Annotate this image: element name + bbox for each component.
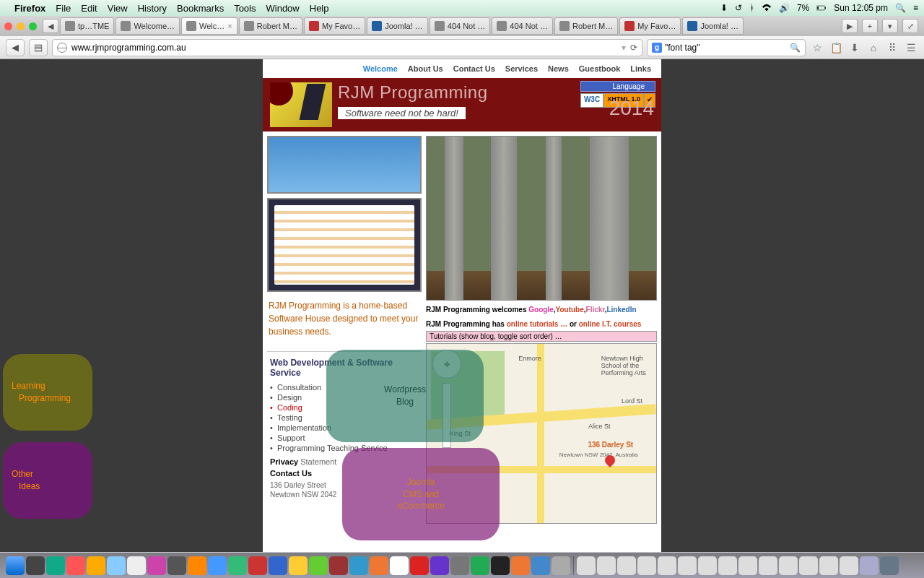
dock-app-icon[interactable] [107,556,126,575]
dock-window-icon[interactable] [577,556,596,575]
volume-icon[interactable]: 🔊 [779,3,790,13]
site-logo[interactable] [270,82,332,127]
browser-tab[interactable]: Robert M… [239,17,302,35]
thumbnail-sky[interactable] [267,136,422,194]
nav-services[interactable]: Services [505,64,538,73]
home-icon[interactable]: ⌂ [866,42,881,53]
tabs-scroll-right[interactable]: ▶ [842,19,858,33]
dock-terminal-icon[interactable] [491,556,510,575]
overlay-wordpress-blog[interactable]: Wordpress Blog [326,350,484,442]
dock-window-icon[interactable] [799,556,818,575]
browser-tab[interactable]: 404 Not … [492,17,553,35]
clipboard-icon[interactable]: 📋 [829,42,843,53]
link-tutorials[interactable]: online tutorials … [507,320,567,328]
overlay-learning-programming[interactable]: Learning Programming [3,354,92,431]
nav-news[interactable]: News [548,64,569,73]
overlay-joomla[interactable]: Joomla CMS and eCommerce [342,448,500,540]
link-linkedin[interactable]: LinkedIn [606,306,636,314]
dock-opera-icon[interactable] [410,556,429,575]
timemachine-icon[interactable]: ↺ [735,3,742,13]
app-name[interactable]: Firefox [14,3,45,14]
dock-app-icon[interactable] [309,556,328,575]
dock-app-icon[interactable] [349,556,368,575]
site-identity-icon[interactable] [57,43,67,53]
battery-icon[interactable] [816,3,827,13]
dock-app-icon[interactable] [228,556,247,575]
dock-finder-icon[interactable] [6,556,25,575]
sidebar-button[interactable]: ▤ [29,39,48,56]
dock-window-icon[interactable] [658,556,676,575]
back-button[interactable]: ◀ [6,39,25,56]
dock-app-icon[interactable] [46,556,65,575]
dock-app-icon[interactable] [26,556,45,575]
dock-app-icon[interactable] [329,556,348,575]
tutorials-select[interactable]: Tutorials (show blog, toggle sort order)… [426,331,657,342]
dock-app-icon[interactable] [66,556,85,575]
link-google[interactable]: Google [528,306,553,314]
dock-window-icon[interactable] [678,556,697,575]
menu-edit[interactable]: Edit [81,3,97,14]
nav-guestbook[interactable]: Guestbook [579,64,620,73]
close-window-button[interactable] [4,22,12,30]
download-status-icon[interactable]: ⬇ [720,3,728,13]
menu-tools[interactable]: Tools [234,3,256,14]
menu-file[interactable]: File [56,3,71,14]
nav-contact[interactable]: Contact Us [453,64,495,73]
browser-tab[interactable]: 404 Not … [430,17,491,35]
url-bar[interactable]: www.rjmprogramming.com.au ▾ ⟳ [52,39,642,56]
dock-window-icon[interactable] [819,556,838,575]
language-select[interactable]: Language [580,81,655,92]
search-go-icon[interactable]: 🔍 [790,43,801,53]
dock-app-icon[interactable] [147,556,166,575]
dock-app-icon[interactable] [531,556,550,575]
browser-tab[interactable]: Joomla! … [367,17,428,35]
menu-window[interactable]: Window [266,3,300,14]
nav-links[interactable]: Links [630,64,651,73]
dock-app-icon[interactable] [127,556,146,575]
dock-window-icon[interactable] [738,556,757,575]
link-flickr[interactable]: Flickr [586,306,605,314]
browser-tab[interactable]: My Favo… [304,17,365,35]
dock-app-icon[interactable] [289,556,308,575]
browser-tab[interactable]: Robert M… [554,17,618,35]
dock-trash-icon[interactable] [880,556,899,575]
zoom-window-button[interactable] [29,22,37,30]
link-courses[interactable]: online I.T. courses [579,320,642,328]
dock-app-icon[interactable] [208,556,227,575]
dock-app-icon[interactable] [511,556,530,575]
addon-icon[interactable]: ⠿ [885,42,899,53]
dock-app-icon[interactable] [552,556,570,575]
browser-tab[interactable]: Welcome… [116,17,180,35]
wifi-icon[interactable] [762,3,772,13]
dock-app-icon[interactable] [450,556,469,575]
nav-welcome[interactable]: Welcome [363,64,398,73]
dock-app-icon[interactable] [87,556,105,575]
dock-app-icon[interactable] [188,556,206,575]
spotlight-icon[interactable]: 🔍 [895,3,906,13]
list-tabs-button[interactable]: ▾ [882,19,898,33]
dock-window-icon[interactable] [718,556,737,575]
bookmark-star-icon[interactable]: ☆ [810,42,824,53]
nav-about[interactable]: About Us [408,64,443,73]
browser-tab[interactable]: Joomla! … [682,17,744,35]
dock-chrome-icon[interactable] [390,556,409,575]
dock-app-icon[interactable] [269,556,287,575]
new-tab-button[interactable]: + [862,19,878,33]
browser-tab[interactable]: tp…TME [60,17,114,35]
dock-window-icon[interactable] [597,556,616,575]
dock-window-icon[interactable] [759,556,777,575]
menu-help[interactable]: Help [310,3,329,14]
clock[interactable]: Sun 12:05 pm [834,3,888,13]
menu-view[interactable]: View [108,3,128,14]
dock-firefox-icon[interactable] [370,556,388,575]
dock-window-icon[interactable] [840,556,858,575]
reader-mode-icon[interactable]: ▾ [622,43,626,53]
dock-window-icon[interactable] [617,556,636,575]
dock-app-icon[interactable] [248,556,267,575]
minimize-window-button[interactable] [17,22,25,30]
dock-folder-icon[interactable] [860,556,879,575]
dock-app-icon[interactable] [471,556,489,575]
close-tab-icon[interactable]: × [227,22,232,30]
dock-app-icon[interactable] [430,556,449,575]
dock-app-icon[interactable] [167,556,186,575]
